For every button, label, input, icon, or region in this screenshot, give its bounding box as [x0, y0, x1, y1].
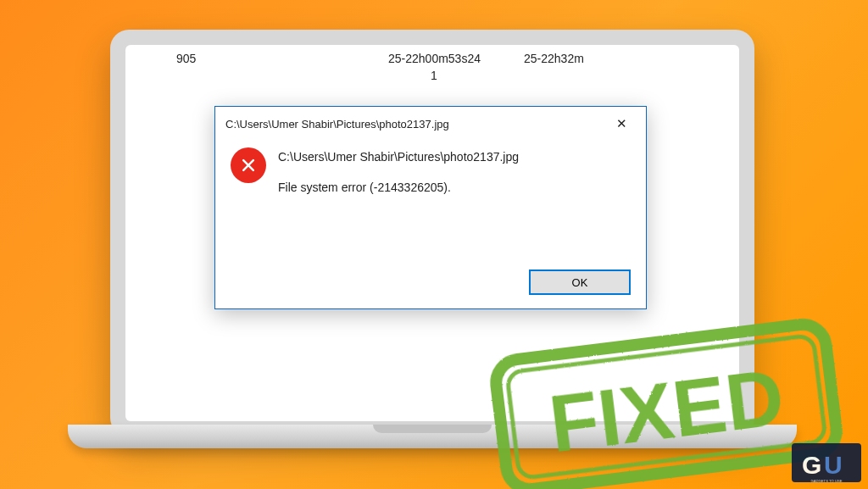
dialog-title: C:\Users\Umer Shabir\Pictures\photo2137.… — [225, 118, 449, 131]
error-icon — [231, 147, 266, 183]
bg-text-fragment: 25-22h00m53s24 — [388, 52, 481, 65]
dialog-footer: OK — [529, 270, 631, 295]
bg-text-fragment: 905 — [176, 52, 196, 65]
bg-text-fragment: 25-22h32m — [524, 52, 584, 65]
bg-text-fragment: 1 — [431, 69, 437, 82]
dialog-titlebar[interactable]: C:\Users\Umer Shabir\Pictures\photo2137.… — [215, 107, 646, 141]
ok-button[interactable]: OK — [529, 270, 631, 295]
laptop-screen: 905 25-22h00m53s24 1 25-22h32m C:\Users\… — [125, 45, 739, 421]
dialog-body: C:\Users\Umer Shabir\Pictures\photo2137.… — [215, 141, 646, 197]
laptop-base — [68, 425, 797, 448]
logo-caption: GADGETS TO USE — [810, 479, 842, 483]
dialog-message-block: C:\Users\Umer Shabir\Pictures\photo2137.… — [278, 147, 519, 197]
error-dialog: C:\Users\Umer Shabir\Pictures\photo2137.… — [214, 106, 647, 309]
close-icon[interactable]: ✕ — [607, 111, 636, 136]
svg-text:G: G — [802, 451, 821, 479]
svg-text:U: U — [824, 451, 843, 479]
dialog-error-line: File system error (-2143326205). — [278, 178, 519, 197]
gu-logo: G U GADGETS TO USE — [792, 440, 861, 486]
dialog-path-line: C:\Users\Umer Shabir\Pictures\photo2137.… — [278, 147, 519, 166]
laptop-notch — [373, 425, 492, 433]
laptop-frame: 905 25-22h00m53s24 1 25-22h32m C:\Users\… — [110, 30, 754, 436]
